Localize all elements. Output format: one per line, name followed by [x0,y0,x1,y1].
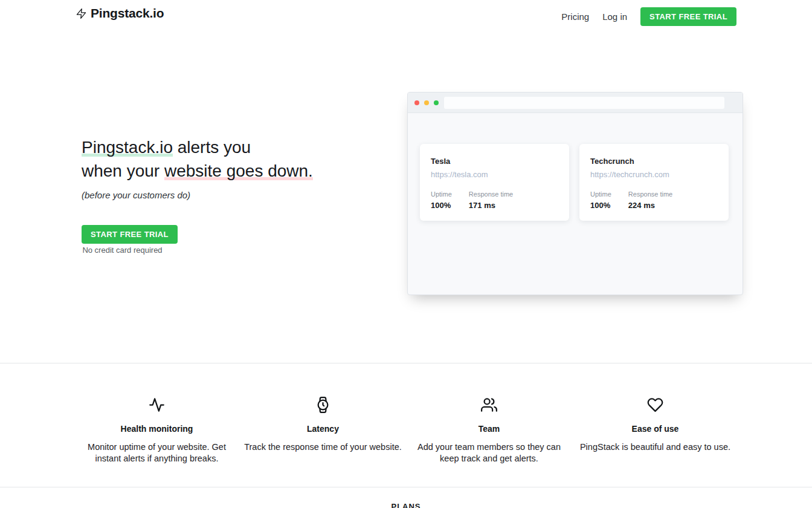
hero-highlight-brand: Pingstack.io [82,138,173,157]
feature-health-monitoring: Health monitoring Monitor uptime of your… [74,397,240,464]
plans-section-label: PLANS [0,502,812,508]
top-nav: Pricing Log in START FREE TRIAL [561,7,736,26]
feature-title: Ease of use [576,424,735,434]
response-time-label: Response time [628,190,672,198]
section-divider [0,363,812,363]
response-time-label: Response time [469,190,513,198]
browser-mockup: Tesla https://tesla.com Uptime 100% Resp… [407,92,743,295]
hero-start-free-trial-button[interactable]: START FREE TRIAL [82,225,178,244]
hero-headline-line1: Pingstack.io alerts you [82,135,313,159]
response-time-value: 171 ms [469,201,513,210]
section-divider [0,487,812,487]
header: Pingstack.io Pricing Log in START FREE T… [0,0,812,34]
monitor-card-tesla: Tesla https://tesla.com Uptime 100% Resp… [420,144,569,221]
maximize-dot-icon [434,100,439,105]
close-dot-icon [414,100,419,105]
feature-title: Team [410,424,569,434]
site-url: https://techcrunch.com [590,170,718,179]
hero-headline-line2: when your website goes down. [82,159,313,183]
response-time-value: 224 ms [628,201,672,210]
browser-chrome-bar [408,93,743,113]
zap-icon [76,8,87,19]
no-credit-card-note: No credit card required [82,246,163,255]
logo[interactable]: Pingstack.io [76,6,164,21]
site-name: Techcrunch [590,157,718,166]
uptime-stat: Uptime 100% [431,190,452,210]
nav-login-link[interactable]: Log in [602,11,627,22]
feature-description: Track the response time of your website. [243,441,402,453]
uptime-value: 100% [590,201,611,210]
uptime-label: Uptime [431,190,452,198]
monitor-card-techcrunch: Techcrunch https://techcrunch.com Uptime… [579,144,729,221]
hero-headline-rest: alerts you [173,138,251,157]
feature-title: Health monitoring [77,424,236,434]
hero-highlight-down: website goes down. [164,161,313,180]
site-stats: Uptime 100% Response time 224 ms [590,190,718,210]
landing-page: Pingstack.io Pricing Log in START FREE T… [0,0,812,508]
heart-icon [576,397,735,416]
header-start-free-trial-button[interactable]: START FREE TRIAL [640,7,736,26]
minimize-dot-icon [424,100,429,105]
browser-url-bar [444,97,724,109]
users-icon [410,397,569,416]
uptime-label: Uptime [590,190,611,198]
traffic-light-dots [414,100,439,105]
site-url: https://tesla.com [431,170,558,179]
nav-pricing-link[interactable]: Pricing [561,11,589,22]
feature-title: Latency [243,424,402,434]
uptime-value: 100% [431,201,452,210]
activity-icon [77,397,236,416]
uptime-stat: Uptime 100% [590,190,611,210]
feature-description: Monitor uptime of your website. Get inst… [77,441,236,464]
response-time-stat: Response time 171 ms [469,190,513,210]
site-stats: Uptime 100% Response time 171 ms [431,190,558,210]
hero-headline: Pingstack.io alerts you when your websit… [82,135,313,183]
feature-latency: Latency Track the response time of your … [240,397,406,464]
feature-ease-of-use: Ease of use PingStack is beautiful and e… [572,397,738,464]
watch-icon [243,397,402,416]
site-name: Tesla [431,157,558,166]
features-section: Health monitoring Monitor uptime of your… [74,397,738,464]
hero-line2-prefix: when your [82,161,164,180]
hero-subtext: (before your customers do) [82,190,190,200]
feature-team: Team Add your team members so they can k… [406,397,572,464]
feature-description: Add your team members so they can keep t… [410,441,569,464]
logo-text: Pingstack.io [91,6,164,21]
response-time-stat: Response time 224 ms [628,190,672,210]
feature-description: PingStack is beautiful and easy to use. [576,441,735,453]
